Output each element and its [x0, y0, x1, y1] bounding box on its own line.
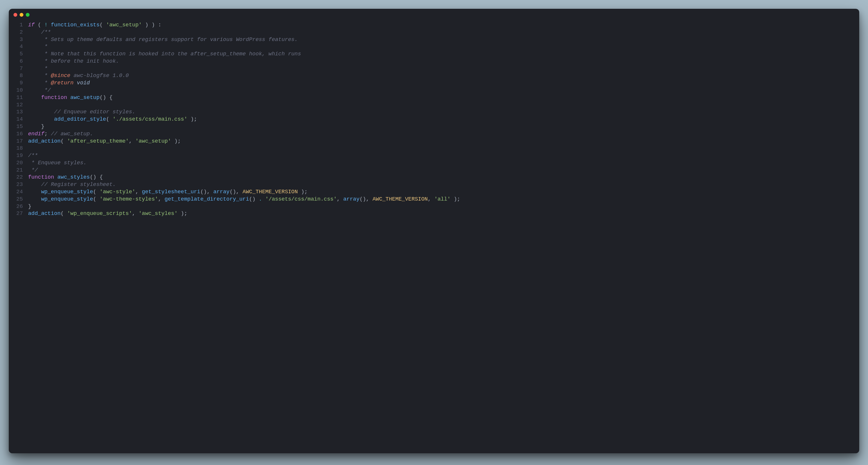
code-line[interactable]: 3 * Sets up theme defaults and registers… [9, 36, 859, 43]
code-token: @return [51, 80, 74, 86]
line-number: 4 [9, 43, 28, 51]
line-content[interactable]: if ( ! function_exists( 'awc_setup' ) ) … [28, 22, 859, 29]
code-token: get_template_directory_uri [164, 196, 249, 202]
line-number: 18 [9, 145, 28, 152]
code-line[interactable]: 26} [9, 203, 859, 210]
code-line[interactable]: 14 add_editor_style( './assets/css/main.… [9, 116, 859, 123]
code-line[interactable]: 19/** [9, 152, 859, 159]
line-content[interactable]: * @since awc-blogfse 1.0.0 [28, 72, 859, 80]
line-content[interactable]: * @return void [28, 80, 859, 87]
code-token: ( [93, 189, 99, 195]
line-number: 16 [9, 130, 28, 138]
code-token: endif [28, 131, 44, 137]
code-token: ( [106, 116, 113, 122]
line-content[interactable]: wp_enqueue_style( 'awc-style', get_style… [28, 188, 859, 196]
code-line[interactable]: 24 wp_enqueue_style( 'awc-style', get_st… [9, 188, 859, 196]
line-content[interactable]: * before the init hook. [28, 58, 859, 65]
line-content[interactable]: * Enqueue styles. [28, 159, 859, 167]
code-token: ) ) : [142, 22, 161, 28]
code-token: ( [34, 22, 44, 28]
line-content[interactable]: function awc_setup() { [28, 94, 859, 101]
zoom-icon[interactable] [26, 13, 30, 17]
code-line[interactable]: 18 [9, 145, 859, 152]
minimize-icon[interactable] [20, 13, 23, 17]
code-token: , [129, 138, 135, 144]
code-token: 'awc_styles' [139, 210, 178, 217]
code-token: * before the init hook. [28, 58, 119, 64]
line-number: 13 [9, 109, 28, 116]
line-number: 19 [9, 152, 28, 159]
code-token: add_action [28, 138, 61, 144]
line-content[interactable]: } [28, 123, 859, 130]
line-number: 8 [9, 72, 28, 80]
code-token: * [28, 43, 48, 50]
code-token: ( [61, 210, 67, 217]
line-content[interactable]: */ [28, 167, 859, 174]
code-token: , [132, 210, 138, 217]
code-token: 'awc_setup' [135, 138, 171, 144]
line-content[interactable]: wp_enqueue_style( 'awc-theme-styles', ge… [28, 196, 859, 203]
code-token: */ [28, 87, 51, 93]
code-token [262, 196, 265, 202]
code-line[interactable]: 23 // Register stylesheet. [9, 181, 859, 188]
code-line[interactable]: 25 wp_enqueue_style( 'awc-theme-styles',… [9, 196, 859, 203]
line-content[interactable]: * [28, 65, 859, 72]
line-number: 9 [9, 80, 28, 87]
code-line[interactable]: 16endif; // awc_setup. [9, 130, 859, 138]
code-line[interactable]: 2 /** [9, 29, 859, 36]
code-token: * Sets up theme defaults and registers s… [28, 37, 298, 43]
code-line[interactable]: 11 function awc_setup() { [9, 94, 859, 101]
code-line[interactable]: 13 // Enqueue editor styles. [9, 109, 859, 116]
line-content[interactable]: endif; // awc_setup. [28, 130, 859, 138]
code-token: , [135, 189, 142, 195]
line-content[interactable]: add_editor_style( './assets/css/main.css… [28, 116, 859, 123]
code-line[interactable]: 8 * @since awc-blogfse 1.0.0 [9, 72, 859, 80]
code-line[interactable]: 21 */ [9, 167, 859, 174]
line-content[interactable]: // Register stylesheet. [28, 181, 859, 188]
code-token: 'wp_enqueue_scripts' [67, 210, 132, 217]
line-content[interactable]: // Enqueue editor styles. [28, 109, 859, 116]
code-token: function [41, 94, 67, 101]
line-content[interactable]: /** [28, 152, 859, 159]
line-number: 27 [9, 210, 28, 217]
code-token: 'after_setup_theme' [67, 138, 129, 144]
code-token: // Enqueue editor styles. [28, 109, 135, 115]
code-line[interactable]: 7 * [9, 65, 859, 72]
code-token: './assets/css/main.css' [113, 116, 187, 122]
line-content[interactable]: * Note that this function is hooked into… [28, 51, 859, 58]
code-token: awc-blogfse 1.0.0 [70, 72, 129, 79]
code-line[interactable]: 6 * before the init hook. [9, 58, 859, 65]
line-content[interactable]: add_action( 'wp_enqueue_scripts', 'awc_s… [28, 210, 859, 217]
code-line[interactable]: 27add_action( 'wp_enqueue_scripts', 'awc… [9, 210, 859, 217]
code-token: AWC_THEME_VERSION [373, 196, 428, 202]
code-line[interactable]: 5 * Note that this function is hooked in… [9, 51, 859, 58]
line-content[interactable]: /** [28, 29, 859, 36]
code-token: () { [90, 174, 103, 180]
line-content[interactable]: } [28, 203, 859, 210]
code-line[interactable]: 1if ( ! function_exists( 'awc_setup' ) )… [9, 22, 859, 29]
code-line[interactable]: 12 [9, 101, 859, 109]
code-token: ( [93, 196, 99, 202]
code-line[interactable]: 4 * [9, 43, 859, 51]
line-number: 6 [9, 58, 28, 65]
line-number: 23 [9, 181, 28, 188]
close-icon[interactable] [13, 13, 17, 17]
code-editor[interactable]: 1if ( ! function_exists( 'awc_setup' ) )… [9, 21, 859, 453]
code-token: ); [171, 138, 181, 144]
code-line[interactable]: 10 */ [9, 87, 859, 94]
code-token [73, 80, 77, 86]
code-token: /** [28, 152, 38, 159]
code-line[interactable]: 17add_action( 'after_setup_theme', 'awc_… [9, 138, 859, 145]
line-number: 17 [9, 138, 28, 145]
line-number: 25 [9, 196, 28, 203]
code-token: array [343, 196, 360, 202]
line-content[interactable]: function awc_styles() { [28, 174, 859, 181]
line-content[interactable]: add_action( 'after_setup_theme', 'awc_se… [28, 138, 859, 145]
line-content[interactable]: * Sets up theme defaults and registers s… [28, 36, 859, 43]
code-line[interactable]: 9 * @return void [9, 80, 859, 87]
code-line[interactable]: 22function awc_styles() { [9, 174, 859, 181]
code-line[interactable]: 15 } [9, 123, 859, 130]
line-content[interactable]: * [28, 43, 859, 51]
code-line[interactable]: 20 * Enqueue styles. [9, 159, 859, 167]
line-content[interactable]: */ [28, 87, 859, 94]
